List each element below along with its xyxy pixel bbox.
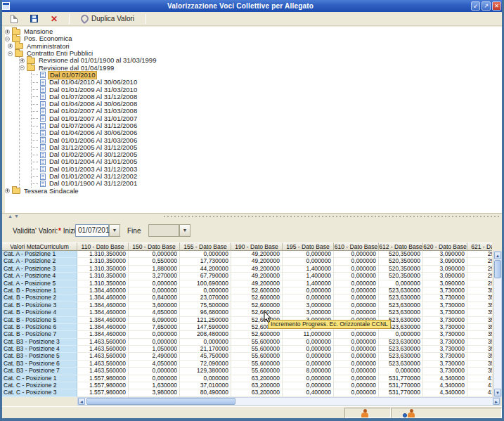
value-cell[interactable]: 0,000000 — [334, 389, 379, 396]
scroll-down-button[interactable]: ▼ — [494, 389, 501, 396]
value-cell[interactable]: 0,000000 — [334, 251, 379, 258]
value-cell[interactable]: 37,010000 — [180, 382, 231, 389]
value-cell[interactable]: 523,630000 — [379, 353, 423, 360]
value-cell[interactable]: 4,340000 — [423, 375, 467, 382]
row-label-cell[interactable]: Cat. C - Posizione 3 — [2, 389, 77, 396]
value-cell[interactable]: 3,730000 — [423, 331, 467, 338]
tree-node[interactable]: Dal 01/01/1900 Al 31/12/2001 — [32, 180, 504, 187]
row-label-cell[interactable]: Cat. B - Posizione 4 — [2, 309, 77, 316]
tree-node[interactable]: Revisione dal 01/01/1900 al 31/03/1999 — [20, 57, 504, 64]
value-cell[interactable]: 1.463,560000 — [77, 346, 129, 353]
value-cell[interactable]: 41,460000 — [467, 382, 492, 389]
value-cell[interactable]: 3,600000 — [129, 302, 180, 309]
value-cell[interactable]: 52,600000 — [231, 287, 283, 294]
value-cell[interactable]: 0,000000 — [334, 258, 379, 265]
start-date-dropdown-icon[interactable]: ▼ — [109, 224, 120, 237]
value-cell[interactable]: 520,350000 — [379, 273, 423, 280]
collapse-handle-icon[interactable] — [8, 51, 13, 56]
row-label-cell[interactable]: Cat. B - Posizione 5 — [2, 317, 77, 324]
value-cell[interactable]: 0,000000 — [283, 251, 334, 258]
value-cell[interactable]: 55,600000 — [231, 339, 283, 346]
value-cell[interactable]: 4,340000 — [423, 382, 467, 389]
value-cell[interactable]: 35,580000 — [467, 339, 492, 346]
value-cell[interactable]: 3,730000 — [423, 353, 467, 360]
splitter[interactable]: ▲▼ — [2, 213, 502, 219]
value-cell[interactable]: 45,750000 — [180, 353, 231, 360]
new-button[interactable] — [9, 13, 19, 25]
column-header[interactable]: 610 - Dato Base — [334, 242, 379, 251]
value-cell[interactable]: 55,600000 — [231, 368, 283, 375]
save-button[interactable] — [29, 13, 39, 25]
tree-node[interactable]: Mansione — [5, 28, 504, 35]
value-cell[interactable]: 49,200000 — [231, 280, 283, 287]
value-cell[interactable]: 52,600000 — [231, 302, 283, 309]
value-cell[interactable]: 21,170000 — [180, 346, 231, 353]
value-cell[interactable]: 35,580000 — [467, 346, 492, 353]
value-cell[interactable]: 1.463,560000 — [77, 368, 129, 375]
value-cell[interactable]: 52,600000 — [231, 294, 283, 302]
tree-node-label[interactable]: Dal 01/04/2006 Al 30/06/2006 — [48, 129, 138, 136]
value-cell[interactable]: 55,600000 — [231, 353, 283, 360]
value-cell[interactable]: 3,090000 — [423, 273, 467, 280]
row-label-cell[interactable]: Cat. B3 - Posizione 6 — [2, 361, 77, 368]
value-cell[interactable]: 3,730000 — [423, 309, 467, 316]
row-label-cell[interactable]: Cat. A - Posizione 5 — [2, 280, 77, 287]
value-cell[interactable]: 1.384,460000 — [77, 324, 129, 331]
value-cell[interactable]: 1,630000 — [129, 382, 180, 389]
value-cell[interactable]: 523,630000 — [379, 339, 423, 346]
value-cell[interactable]: 0,000000 — [334, 309, 379, 316]
value-cell[interactable]: 0,000000 — [283, 375, 334, 382]
value-cell[interactable]: 1.557,980000 — [77, 375, 129, 382]
value-cell[interactable]: 49,200000 — [231, 266, 283, 273]
value-cell[interactable]: 1.310,350000 — [77, 258, 129, 265]
value-cell[interactable]: 41,460000 — [467, 375, 492, 382]
value-cell[interactable]: 96,680000 — [180, 309, 231, 316]
value-cell[interactable]: 1.384,460000 — [77, 302, 129, 309]
collapse-handle-icon[interactable] — [20, 65, 25, 70]
value-cell[interactable]: 6,090000 — [129, 317, 180, 324]
value-cell[interactable]: 35,580000 — [467, 287, 492, 294]
value-cell[interactable]: 11,000000 — [283, 331, 334, 338]
value-cell[interactable]: 29,310000 — [467, 273, 492, 280]
tree-node[interactable]: Dal 01/04/2010 Al 30/06/2010 — [32, 79, 504, 86]
horizontal-scrollbar[interactable]: ◄ ► — [77, 397, 500, 406]
value-cell[interactable]: 1.384,460000 — [77, 309, 129, 316]
value-cell[interactable]: 52,600000 — [231, 309, 283, 316]
value-cell[interactable]: 0,000000 — [334, 273, 379, 280]
scroll-left-button[interactable]: ◄ — [78, 398, 85, 405]
value-cell[interactable]: 0,000000 — [379, 280, 423, 287]
value-cell[interactable]: 0,000000 — [129, 287, 180, 294]
row-label-cell[interactable]: Cat. A - Posizione 3 — [2, 266, 77, 273]
row-label-cell[interactable]: Cat. A - Posizione 4 — [2, 273, 77, 280]
value-cell[interactable]: 0,000000 — [334, 375, 379, 382]
value-cell[interactable]: 29,310000 — [467, 266, 492, 273]
row-label-cell[interactable]: Cat. B3 - Posizione 7 — [2, 368, 77, 375]
tree-node[interactable]: Pos. Economica — [5, 35, 504, 42]
row-label-cell[interactable]: Cat. B - Posizione 1 — [2, 287, 77, 294]
value-cell[interactable]: 523,630000 — [379, 309, 423, 316]
column-header[interactable]: 155 - Dato Base — [180, 242, 231, 251]
value-cell[interactable]: 7,650000 — [129, 324, 180, 331]
value-cell[interactable]: 1.384,460000 — [77, 317, 129, 324]
value-cell[interactable]: 3,000000 — [283, 302, 334, 309]
expand-handle-icon[interactable] — [5, 188, 10, 193]
value-cell[interactable]: 72,090000 — [180, 361, 231, 368]
value-cell[interactable]: 129,380000 — [180, 368, 231, 375]
value-cell[interactable]: 208,480000 — [180, 331, 231, 338]
value-cell[interactable]: 52,600000 — [231, 331, 283, 338]
value-cell[interactable]: 55,600000 — [231, 346, 283, 353]
value-cell[interactable]: 41,460000 — [467, 389, 492, 396]
value-cell[interactable]: 523,630000 — [379, 346, 423, 353]
close-button[interactable]: ✕ — [492, 1, 501, 11]
row-label-cell[interactable]: Cat. B3 - Posizione 4 — [2, 346, 77, 353]
value-cell[interactable]: 0,000000 — [283, 339, 334, 346]
value-cell[interactable]: 0,000000 — [334, 280, 379, 287]
value-cell[interactable]: 147,590000 — [180, 324, 231, 331]
value-cell[interactable]: 0,000000 — [283, 353, 334, 360]
column-header[interactable]: 190 - Dato Base — [231, 242, 283, 251]
value-cell[interactable]: 3,730000 — [423, 368, 467, 375]
value-cell[interactable]: 100,690000 — [180, 280, 231, 287]
value-cell[interactable]: 0,000000 — [283, 258, 334, 265]
value-cell[interactable]: 0,000000 — [334, 339, 379, 346]
value-cell[interactable]: 523,630000 — [379, 294, 423, 302]
